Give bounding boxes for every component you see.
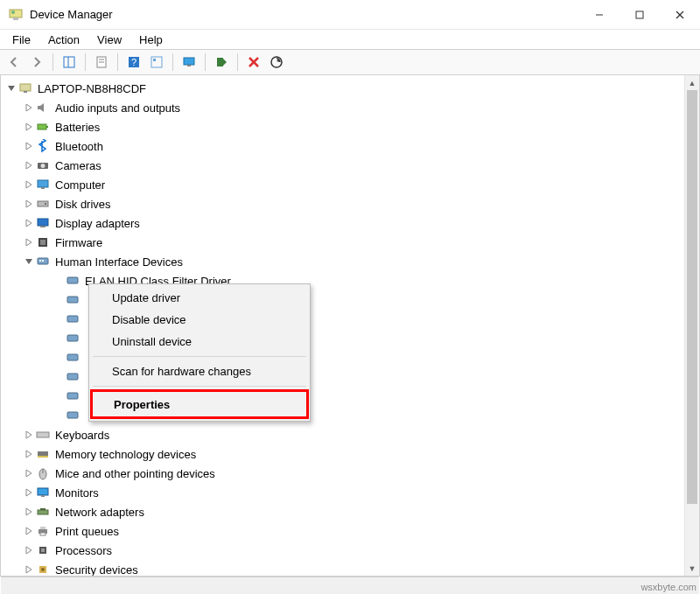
tree-category[interactable]: Firmware — [3, 233, 697, 252]
svg-rect-48 — [38, 451, 48, 456]
chevron-right-icon[interactable] — [22, 447, 36, 461]
tree-category[interactable]: Display adapters — [3, 213, 697, 233]
svg-rect-46 — [67, 412, 78, 418]
context-uninstall-device[interactable]: Uninstall device — [91, 331, 308, 353]
tree-category-label: Bluetooth — [55, 140, 103, 153]
svg-rect-39 — [67, 277, 78, 283]
svg-rect-15 — [153, 59, 156, 61]
svg-rect-29 — [41, 187, 45, 189]
tree-category-hid[interactable]: Human Interface Devices — [3, 252, 697, 271]
properties-toolbar-icon[interactable] — [91, 52, 112, 73]
svg-rect-33 — [40, 226, 46, 227]
tree-category[interactable]: Computer — [3, 175, 697, 194]
watermark-text: wsxbyte.com — [640, 582, 696, 592]
tree-category[interactable]: Batteries — [3, 117, 697, 136]
tree-category-label: Mice and other pointing devices — [55, 467, 215, 480]
scroll-track[interactable] — [685, 90, 699, 561]
scroll-down-icon[interactable]: ▼ — [685, 561, 699, 576]
chevron-right-icon[interactable] — [22, 563, 36, 577]
hid-device-icon — [66, 332, 80, 346]
toolbar-separator — [205, 53, 206, 71]
context-scan-hardware[interactable]: Scan for hardware changes — [91, 360, 308, 382]
svg-rect-14 — [151, 57, 162, 67]
security-icon — [36, 563, 50, 577]
context-disable-device[interactable]: Disable device — [91, 309, 308, 331]
chevron-right-icon[interactable] — [22, 486, 36, 500]
menu-view[interactable]: View — [88, 31, 130, 48]
tree-category[interactable]: Memory technology devices — [3, 444, 697, 464]
tree-root[interactable]: LAPTOP-NB8H8CDF — [3, 79, 697, 98]
tree-category[interactable]: Disk drives — [3, 194, 697, 213]
tree-category-label: Human Interface Devices — [55, 255, 183, 269]
chevron-right-icon[interactable] — [22, 178, 36, 192]
tree-category[interactable]: Security devices — [3, 560, 697, 577]
context-update-driver[interactable]: Update driver — [91, 287, 308, 309]
scroll-thumb[interactable] — [687, 90, 697, 504]
title-bar: Device Manager — [0, 0, 700, 30]
chevron-right-icon[interactable] — [22, 235, 36, 249]
scroll-up-icon[interactable]: ▲ — [685, 75, 699, 90]
chevron-right-icon[interactable] — [22, 158, 36, 172]
chevron-right-icon[interactable] — [22, 466, 36, 480]
vertical-scrollbar[interactable]: ▲ ▼ — [684, 75, 699, 576]
menu-action[interactable]: Action — [39, 31, 88, 48]
uninstall-toolbar-icon[interactable] — [243, 52, 264, 73]
bluetooth-icon — [36, 139, 50, 153]
chevron-right-icon[interactable] — [22, 120, 36, 134]
menu-help[interactable]: Help — [130, 31, 172, 48]
chevron-right-icon[interactable] — [22, 216, 36, 230]
monitor-toolbar-icon[interactable] — [178, 52, 200, 73]
tree-category-label: Memory technology devices — [55, 448, 196, 461]
chevron-right-icon[interactable] — [22, 197, 36, 211]
svg-rect-44 — [67, 374, 78, 380]
menu-file[interactable]: File — [4, 31, 39, 48]
app-icon — [9, 8, 23, 22]
svg-rect-18 — [217, 58, 223, 66]
tree-category-label: Computer — [55, 178, 105, 192]
toolbar-separator — [117, 53, 118, 71]
back-icon[interactable] — [4, 52, 24, 73]
chevron-right-icon[interactable] — [22, 139, 36, 153]
options-toolbar-icon[interactable] — [146, 52, 167, 73]
svg-rect-24 — [38, 124, 46, 129]
tree-category[interactable]: Keyboards — [3, 425, 697, 444]
svg-rect-47 — [37, 432, 49, 437]
svg-rect-58 — [40, 533, 46, 535]
processor-icon — [36, 543, 50, 557]
tree-category-label: Batteries — [55, 121, 100, 134]
status-bar — [1, 577, 699, 594]
tree-category[interactable]: Cameras — [3, 156, 697, 175]
tree-category[interactable]: Processors — [3, 541, 697, 560]
speaker-icon — [36, 101, 50, 115]
svg-rect-35 — [40, 240, 46, 245]
chevron-right-icon[interactable] — [22, 505, 36, 519]
chevron-right-icon[interactable] — [22, 428, 36, 442]
minimize-button[interactable] — [579, 0, 620, 29]
forward-icon[interactable] — [26, 52, 47, 73]
hid-device-icon — [66, 351, 80, 365]
tree-category[interactable]: Audio inputs and outputs — [3, 98, 697, 117]
chevron-right-icon[interactable] — [22, 524, 36, 538]
hid-device-icon — [66, 370, 80, 384]
svg-rect-43 — [67, 354, 78, 360]
close-button[interactable] — [660, 0, 700, 29]
show-hide-tree-icon[interactable] — [59, 52, 80, 73]
tree-category[interactable]: Mice and other pointing devices — [3, 464, 697, 483]
chevron-down-icon[interactable] — [22, 255, 36, 269]
window-controls — [579, 0, 700, 29]
svg-rect-28 — [38, 180, 48, 187]
chevron-right-icon[interactable] — [22, 543, 36, 557]
tree-category[interactable]: Print queues — [3, 521, 697, 541]
help-toolbar-icon[interactable]: ? — [123, 52, 144, 73]
chevron-down-icon[interactable] — [4, 81, 18, 95]
chevron-right-icon[interactable] — [22, 101, 36, 115]
context-properties[interactable]: Properties — [93, 394, 306, 416]
tree-category-label: Cameras — [55, 159, 102, 172]
tree-category[interactable]: Network adapters — [3, 502, 697, 521]
update-driver-toolbar-icon[interactable] — [211, 52, 232, 73]
menu-bar: File Action View Help — [0, 30, 700, 49]
tree-category[interactable]: Bluetooth — [3, 136, 697, 156]
scan-hardware-toolbar-icon[interactable] — [266, 52, 287, 73]
maximize-button[interactable] — [620, 0, 660, 29]
tree-category[interactable]: Monitors — [3, 483, 697, 502]
